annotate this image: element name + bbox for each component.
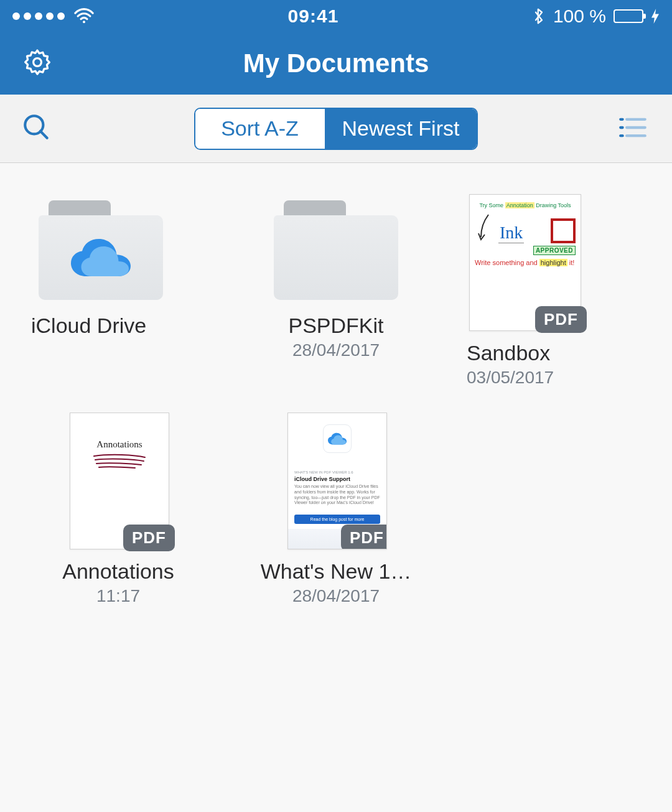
cloud-icon <box>39 238 163 278</box>
cloud-icon <box>323 424 352 453</box>
item-subtitle: 03/05/2017 <box>467 368 554 388</box>
battery-percent: 100 % <box>553 6 606 27</box>
navigation-bar: My Documents <box>0 32 672 95</box>
thumb-title: iCloud Drive Support <box>294 476 380 482</box>
item-title: iCloud Drive <box>31 314 146 338</box>
signal-strength-icon <box>12 12 65 20</box>
status-bar: 09:41 100 % <box>0 0 672 32</box>
document-item-whats-new[interactable]: WHAT'S NEW IN PDF VIEWER 1.6 iCloud Driv… <box>249 413 423 606</box>
pdf-badge: PDF <box>535 306 587 333</box>
thumb-cta-button: Read the blog post for more <box>294 515 380 524</box>
document-item-annotations[interactable]: Annotations PDF Annotations 11:17 <box>31 413 205 606</box>
document-thumbnail: Annotations PDF <box>70 413 169 549</box>
document-item-sandbox[interactable]: Try Some Annotation Drawing Tools Ink AP… <box>467 194 641 388</box>
item-subtitle: 11:17 <box>96 586 140 606</box>
arrow-icon <box>475 212 493 243</box>
list-view-icon <box>618 131 647 141</box>
thumb-body-text: Write something and highlight it! <box>475 259 576 268</box>
scribble-icon <box>91 452 147 472</box>
item-subtitle: 28/04/2017 <box>292 586 380 606</box>
document-thumbnail: WHAT'S NEW IN PDF VIEWER 1.6 iCloud Driv… <box>287 413 387 549</box>
svg-point-0 <box>83 21 85 23</box>
thumb-kicker: WHAT'S NEW IN PDF VIEWER 1.6 <box>294 470 380 474</box>
wifi-icon <box>73 6 95 27</box>
folder-icon <box>274 200 398 300</box>
item-title: What's New 1… <box>261 559 412 584</box>
status-time: 09:41 <box>288 6 339 27</box>
search-icon <box>21 134 52 145</box>
thumb-ink-text: Ink <box>498 223 524 243</box>
page-title: My Documents <box>0 49 672 78</box>
folder-item-icloud-drive[interactable]: iCloud Drive <box>31 194 205 388</box>
item-title: Annotations <box>62 559 174 584</box>
document-thumbnail: Try Some Annotation Drawing Tools Ink AP… <box>469 194 581 331</box>
segment-newest-first[interactable]: Newest First <box>325 109 477 149</box>
documents-grid: iCloud Drive PSPDFKit 28/04/2017 Try Som… <box>31 194 641 606</box>
bluetooth-icon <box>532 7 546 26</box>
square-icon <box>551 218 576 243</box>
charging-icon <box>651 9 660 24</box>
item-subtitle: 28/04/2017 <box>292 340 380 360</box>
status-right: 100 % <box>532 6 660 27</box>
pdf-badge: PDF <box>123 525 175 551</box>
item-title: PSPDFKit <box>288 314 383 338</box>
content-area: iCloud Drive PSPDFKit 28/04/2017 Try Som… <box>0 163 672 812</box>
folder-icon <box>39 200 163 300</box>
segment-sort-az[interactable]: Sort A-Z <box>195 109 325 149</box>
thumb-label: Annotations <box>96 439 142 450</box>
item-title: Sandbox <box>467 341 550 365</box>
search-button[interactable] <box>21 112 52 146</box>
thumb-body: You can now view all your iCloud Drive f… <box>294 484 380 506</box>
thumb-header: Try Some Annotation Drawing Tools <box>475 202 576 208</box>
thumb-approved-stamp: APPROVED <box>533 246 576 255</box>
pdf-badge: PDF <box>341 525 387 549</box>
sort-segmented-control: Sort A-Z Newest First <box>194 108 478 150</box>
battery-icon <box>614 9 643 23</box>
folder-item-pspdfkit[interactable]: PSPDFKit 28/04/2017 <box>249 194 423 388</box>
toolbar: Sort A-Z Newest First <box>0 95 672 163</box>
status-left <box>12 6 95 27</box>
view-mode-button[interactable] <box>618 116 647 142</box>
